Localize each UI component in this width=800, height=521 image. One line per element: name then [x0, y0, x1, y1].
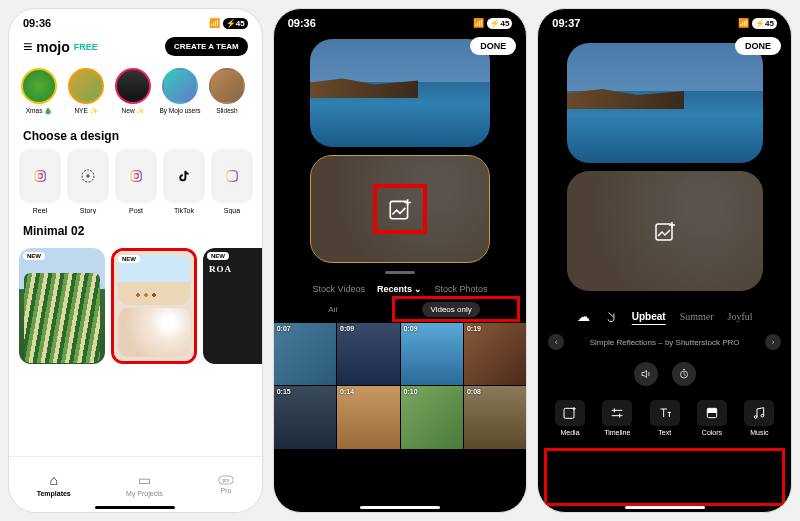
- app-header: ≡ mojo FREE CREATE A TEAM: [9, 33, 262, 62]
- tool-colors[interactable]: Colors: [697, 400, 727, 436]
- canvas-slot-2-empty[interactable]: [567, 171, 763, 291]
- canvas-slot-1-filled[interactable]: [310, 39, 490, 147]
- nav-pro[interactable]: proPro: [218, 475, 234, 494]
- canvas-slot-2-empty[interactable]: [310, 155, 490, 263]
- menu-icon[interactable]: ≡: [23, 38, 32, 56]
- story-slideshow[interactable]: Slidesh: [207, 68, 247, 115]
- home-indicator[interactable]: [625, 506, 705, 509]
- tool-music[interactable]: Music: [744, 400, 774, 436]
- template-card-1[interactable]: NEW: [19, 248, 105, 364]
- design-row[interactable]: Reel Story Post TikTok Squa: [9, 149, 262, 214]
- media-thumb[interactable]: 0:14: [337, 386, 399, 448]
- brand-name: mojo: [36, 39, 69, 55]
- brand-area: ≡ mojo FREE: [23, 38, 98, 56]
- design-post[interactable]: Post: [115, 149, 157, 214]
- screen-templates: 09:36 📶 ⚡45 ≡ mojo FREE CREATE A TEAM Xm…: [8, 8, 263, 513]
- tab-stock-photos[interactable]: Stock Photos: [434, 284, 487, 294]
- story-new[interactable]: New ✨: [113, 68, 153, 115]
- svg-point-1: [38, 174, 43, 179]
- choose-design-title: Choose a design: [9, 119, 262, 149]
- home-indicator[interactable]: [95, 506, 175, 509]
- text-icon: [657, 405, 673, 421]
- bottom-nav: ⌂Templates ▭My Projects proPro: [9, 456, 262, 512]
- home-indicator[interactable]: [360, 506, 440, 509]
- status-bar: 09:36 📶⚡45: [274, 9, 527, 33]
- story-nye[interactable]: NYE ✨: [66, 68, 106, 115]
- design-square[interactable]: Squa: [211, 149, 253, 214]
- music-icon: [751, 405, 767, 421]
- template-row[interactable]: NEW NEW NEWROA: [9, 244, 262, 364]
- tool-timeline[interactable]: Timeline: [602, 400, 632, 436]
- prev-track-button[interactable]: ‹: [548, 334, 564, 350]
- create-team-button[interactable]: CREATE A TEAM: [165, 37, 248, 56]
- story-xmas[interactable]: Xmas 🎄: [19, 68, 59, 115]
- filter-all[interactable]: All: [320, 302, 345, 317]
- add-media-button[interactable]: [645, 211, 685, 251]
- mute-icon[interactable]: [604, 310, 618, 324]
- timer-button[interactable]: [672, 362, 696, 386]
- timeline-icon: [609, 405, 625, 421]
- signal-icon: 📶: [738, 18, 749, 28]
- svg-rect-13: [564, 408, 574, 418]
- svg-point-17: [761, 414, 764, 417]
- add-media-highlight[interactable]: [373, 184, 427, 234]
- instagram-icon: [129, 169, 143, 183]
- template-card-3[interactable]: NEWROA: [203, 248, 262, 364]
- svg-point-2: [42, 172, 43, 173]
- playback-controls: [538, 354, 791, 392]
- status-bar: 09:36 📶 ⚡45: [9, 9, 262, 33]
- tool-media[interactable]: Media: [555, 400, 585, 436]
- story-by-mojo-users[interactable]: By Mojo users: [160, 68, 200, 115]
- design-story[interactable]: Story: [67, 149, 109, 214]
- editor-canvas: [310, 39, 490, 263]
- mood-upbeat[interactable]: Upbeat: [632, 311, 666, 322]
- tool-text[interactable]: Text: [650, 400, 680, 436]
- media-thumb[interactable]: 0:08: [464, 386, 526, 448]
- pro-icon: pro: [218, 475, 234, 485]
- design-tiktok[interactable]: TikTok: [163, 149, 205, 214]
- svg-rect-0: [35, 171, 46, 182]
- nav-templates[interactable]: ⌂Templates: [37, 472, 71, 497]
- svg-rect-15: [707, 408, 716, 413]
- annotation-highlight: [392, 296, 520, 322]
- status-time: 09:36: [23, 17, 51, 29]
- mood-summer[interactable]: Summer: [680, 311, 714, 322]
- status-right: 📶 ⚡45: [209, 18, 248, 29]
- battery-icon: ⚡45: [223, 18, 248, 29]
- nav-my-projects[interactable]: ▭My Projects: [126, 472, 163, 497]
- instagram-icon: [33, 169, 47, 183]
- canvas-slot-1-filled[interactable]: [567, 43, 763, 163]
- projects-icon: ▭: [138, 472, 151, 488]
- volume-button[interactable]: [634, 362, 658, 386]
- media-thumb[interactable]: 0:15: [274, 386, 336, 448]
- done-button[interactable]: DONE: [470, 37, 516, 55]
- media-grid[interactable]: 0:07 0:09 0:09 0:19 0:15 0:14 0:10 0:08: [274, 323, 527, 449]
- add-media-icon: [387, 196, 413, 222]
- plan-badge: FREE: [74, 42, 98, 52]
- tab-recents[interactable]: Recents ⌄: [377, 284, 423, 294]
- sheet-drag-handle[interactable]: [385, 271, 415, 274]
- media-thumb[interactable]: 0:09: [401, 323, 463, 385]
- stories-row[interactable]: Xmas 🎄 NYE ✨ New ✨ By Mojo users Slidesh: [9, 62, 262, 119]
- done-button[interactable]: DONE: [735, 37, 781, 55]
- design-reel[interactable]: Reel: [19, 149, 61, 214]
- media-thumb[interactable]: 0:10: [401, 386, 463, 448]
- media-thumb[interactable]: 0:19: [464, 323, 526, 385]
- tab-stock-videos[interactable]: Stock Videos: [313, 284, 365, 294]
- section-title: Minimal 02: [9, 214, 262, 244]
- screen-editor: 09:37 📶⚡45 DONE ☁ Upbeat Summer Joyful ‹…: [537, 8, 792, 513]
- annotation-highlight: [544, 448, 785, 506]
- media-thumb[interactable]: 0:07: [274, 323, 336, 385]
- battery-icon: ⚡45: [752, 18, 777, 29]
- mood-joyful[interactable]: Joyful: [728, 311, 753, 322]
- tiktok-icon: [177, 169, 191, 183]
- signal-icon: 📶: [209, 18, 220, 28]
- next-track-button[interactable]: ›: [765, 334, 781, 350]
- media-thumb[interactable]: 0:09: [337, 323, 399, 385]
- svg-rect-10: [390, 201, 407, 218]
- template-card-2-highlighted[interactable]: NEW: [111, 248, 197, 364]
- cloud-download-icon[interactable]: ☁: [577, 309, 590, 324]
- track-selector: ‹ Simple Reflections – by Shutterstock P…: [538, 330, 791, 354]
- status-time: 09:36: [288, 17, 316, 29]
- svg-text:pro: pro: [223, 478, 230, 483]
